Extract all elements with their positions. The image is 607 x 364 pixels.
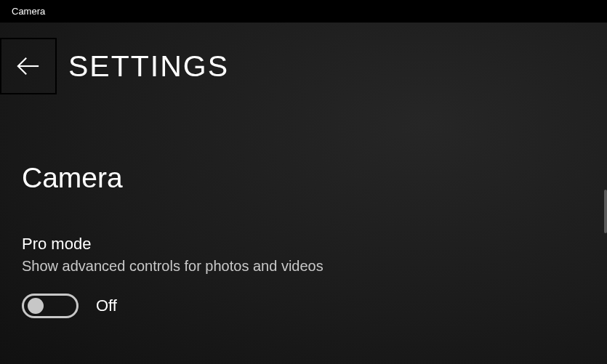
setting-label-pro-mode: Pro mode xyxy=(22,235,607,254)
scrollbar-thumb[interactable] xyxy=(604,190,607,233)
header-row: SETTINGS xyxy=(0,23,607,110)
setting-pro-mode: Pro mode Show advanced controls for phot… xyxy=(22,235,607,318)
toggle-switch-pro-mode[interactable] xyxy=(22,294,79,318)
toggle-state-pro-mode: Off xyxy=(96,296,117,315)
toggle-row-pro-mode: Off xyxy=(22,294,607,318)
settings-content: SETTINGS Camera Pro mode Show advanced c… xyxy=(0,23,607,364)
arrow-left-icon xyxy=(16,54,41,78)
setting-description-pro-mode: Show advanced controls for photos and vi… xyxy=(22,258,607,275)
section-heading-camera: Camera xyxy=(22,162,607,194)
page-title: SETTINGS xyxy=(68,49,229,84)
toggle-knob xyxy=(28,298,44,314)
back-button[interactable] xyxy=(0,38,57,94)
app-name: Camera xyxy=(12,6,45,17)
scrollbar[interactable] xyxy=(604,23,607,364)
titlebar: Camera xyxy=(0,0,607,23)
